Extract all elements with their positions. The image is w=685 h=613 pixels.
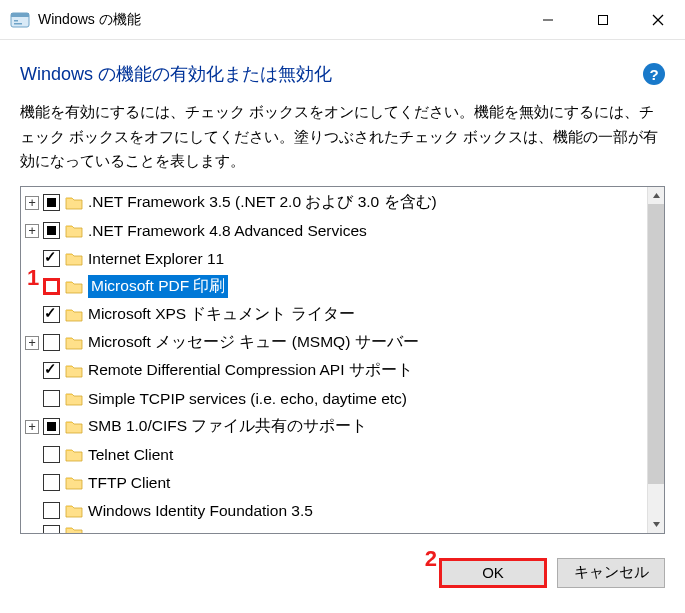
scrollbar-thumb[interactable]	[648, 204, 664, 484]
window-title: Windows の機能	[38, 11, 141, 29]
page-heading: Windows の機能の有効化または無効化	[20, 62, 332, 86]
help-icon[interactable]: ?	[643, 63, 665, 85]
svg-marker-8	[653, 193, 660, 198]
feature-row[interactable]: Microsoft PDF 印刷	[23, 273, 647, 301]
folder-icon	[65, 363, 83, 378]
feature-checkbox[interactable]	[43, 222, 60, 239]
feature-checkbox[interactable]	[43, 278, 60, 295]
svg-rect-2	[14, 20, 18, 22]
feature-checkbox[interactable]	[43, 502, 60, 519]
feature-checkbox[interactable]	[43, 334, 60, 351]
feature-label: Simple TCPIP services (i.e. echo, daytim…	[88, 390, 407, 408]
svg-rect-3	[14, 23, 22, 25]
window-icon	[10, 10, 30, 30]
feature-checkbox[interactable]	[43, 418, 60, 435]
feature-label: Telnet Client	[88, 446, 173, 464]
feature-tree-viewport[interactable]: +.NET Framework 3.5 (.NET 2.0 および 3.0 を含…	[21, 187, 647, 533]
feature-row[interactable]: Microsoft XPS ドキュメント ライター	[23, 301, 647, 329]
feature-checkbox[interactable]	[43, 446, 60, 463]
scrollbar[interactable]	[647, 187, 664, 533]
feature-label: .NET Framework 4.8 Advanced Services	[88, 222, 367, 240]
cancel-button[interactable]: キャンセル	[557, 558, 665, 588]
close-button[interactable]	[630, 0, 685, 40]
feature-tree: 1 +.NET Framework 3.5 (.NET 2.0 および 3.0 …	[20, 186, 665, 534]
feature-row[interactable]: Simple TCPIP services (i.e. echo, daytim…	[23, 385, 647, 413]
folder-icon	[65, 223, 83, 238]
feature-row[interactable]: +.NET Framework 4.8 Advanced Services	[23, 217, 647, 245]
feature-label: Microsoft XPS ドキュメント ライター	[88, 304, 355, 325]
feature-row-partial	[23, 525, 647, 533]
window-controls	[520, 0, 685, 40]
folder-icon	[65, 447, 83, 462]
feature-label: Internet Explorer 11	[88, 250, 224, 268]
folder-icon	[65, 391, 83, 406]
folder-icon	[65, 475, 83, 490]
feature-checkbox[interactable]	[43, 390, 60, 407]
feature-row[interactable]: Remote Differential Compression API サポート	[23, 357, 647, 385]
feature-checkbox[interactable]	[43, 362, 60, 379]
content-area: Windows の機能の有効化または無効化 ? 機能を有効にするには、チェック …	[0, 40, 685, 544]
minimize-button[interactable]	[520, 0, 575, 40]
feature-checkbox[interactable]	[43, 306, 60, 323]
feature-label: SMB 1.0/CIFS ファイル共有のサポート	[88, 416, 367, 437]
feature-row[interactable]: Telnet Client	[23, 441, 647, 469]
feature-label: Remote Differential Compression API サポート	[88, 360, 413, 381]
folder-icon	[65, 195, 83, 210]
feature-row[interactable]: +SMB 1.0/CIFS ファイル共有のサポート	[23, 413, 647, 441]
feature-row[interactable]: Windows Identity Foundation 3.5	[23, 497, 647, 525]
svg-marker-9	[653, 522, 660, 527]
page-description: 機能を有効にするには、チェック ボックスをオンにしてください。機能を無効にするに…	[20, 100, 665, 174]
ok-button[interactable]: OK	[439, 558, 547, 588]
folder-icon	[65, 503, 83, 518]
maximize-button[interactable]	[575, 0, 630, 40]
expand-toggle[interactable]: +	[25, 196, 39, 210]
feature-checkbox[interactable]	[43, 474, 60, 491]
scroll-up-button[interactable]	[648, 187, 664, 204]
feature-label: Microsoft メッセージ キュー (MSMQ) サーバー	[88, 332, 419, 353]
feature-label: .NET Framework 3.5 (.NET 2.0 および 3.0 を含む…	[88, 192, 437, 213]
folder-icon	[65, 419, 83, 434]
svg-rect-5	[598, 15, 607, 24]
titlebar: Windows の機能	[0, 0, 685, 40]
folder-icon	[65, 307, 83, 322]
expand-toggle[interactable]: +	[25, 420, 39, 434]
feature-checkbox[interactable]	[43, 194, 60, 211]
feature-label: Windows Identity Foundation 3.5	[88, 502, 313, 520]
folder-icon	[65, 251, 83, 266]
scrollbar-track[interactable]	[648, 484, 664, 516]
dialog-buttons: 2 OK キャンセル	[0, 544, 685, 588]
feature-checkbox[interactable]	[43, 250, 60, 267]
annotation-1: 1	[27, 265, 39, 291]
expand-toggle[interactable]: +	[25, 336, 39, 350]
scroll-down-button[interactable]	[648, 516, 664, 533]
feature-label: Microsoft PDF 印刷	[88, 275, 228, 298]
feature-row[interactable]: +Microsoft メッセージ キュー (MSMQ) サーバー	[23, 329, 647, 357]
feature-label: TFTP Client	[88, 474, 170, 492]
folder-icon	[65, 279, 83, 294]
page-heading-row: Windows の機能の有効化または無効化 ?	[20, 62, 665, 86]
expand-toggle[interactable]: +	[25, 224, 39, 238]
feature-row[interactable]: +.NET Framework 3.5 (.NET 2.0 および 3.0 を含…	[23, 189, 647, 217]
annotation-2: 2	[425, 546, 437, 572]
feature-row[interactable]: Internet Explorer 11	[23, 245, 647, 273]
svg-rect-1	[11, 13, 29, 17]
folder-icon	[65, 335, 83, 350]
feature-row[interactable]: TFTP Client	[23, 469, 647, 497]
